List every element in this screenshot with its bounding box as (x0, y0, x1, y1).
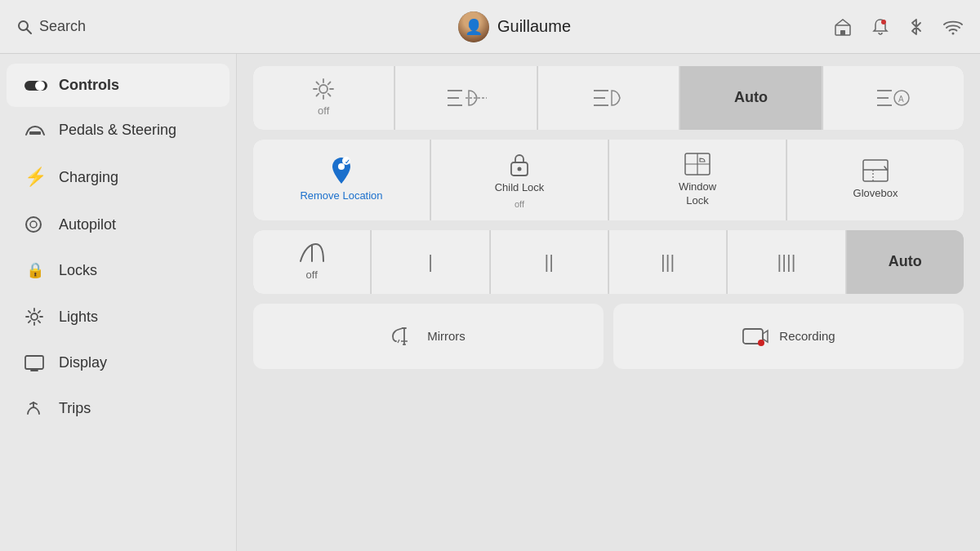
window-lock-icon (684, 152, 711, 176)
wiper-off-label: off (306, 269, 318, 282)
svg-line-29 (328, 82, 331, 85)
auto-cell[interactable]: Auto (680, 66, 822, 130)
svg-point-10 (30, 221, 37, 228)
sidebar: Controls Pedals & Steering ⚡ Charging (0, 54, 237, 551)
svg-rect-3 (840, 30, 845, 35)
display-icon (24, 355, 46, 371)
glovebox-icon (862, 158, 889, 183)
wiper-auto-label: Auto (889, 252, 922, 271)
recording-section: Recording (613, 304, 964, 369)
sidebar-label-charging: Charging (59, 169, 118, 186)
sidebar-label-controls: Controls (59, 77, 119, 94)
edge-cell[interactable] (395, 66, 537, 130)
wiper-2-cell[interactable]: || (491, 230, 608, 294)
beam-cell[interactable] (538, 66, 679, 130)
controls-content: off (237, 54, 980, 551)
wiper-auto-cell[interactable]: Auto (847, 230, 964, 294)
search-label: Search (39, 18, 86, 35)
sidebar-label-autopilot: Autopilot (59, 216, 116, 233)
wiper-1-icon: | (428, 253, 433, 271)
bell-icon[interactable] (871, 17, 890, 37)
wiper-off-icon (297, 242, 327, 264)
wiper-control-row: off | || ||| |||| Auto (253, 230, 964, 294)
sidebar-label-locks: Locks (59, 262, 97, 279)
sidebar-label-lights: Lights (59, 309, 98, 326)
edge-icon (446, 87, 487, 109)
sidebar-item-display[interactable]: Display (7, 341, 229, 384)
wiper-3-cell[interactable]: ||| (609, 230, 727, 294)
mirrors-label: Mirrors (427, 328, 466, 344)
auto2-icon: A (875, 87, 911, 109)
wifi-icon[interactable] (942, 19, 964, 35)
location-icon: ✓ (329, 156, 354, 185)
sidebar-item-autopilot[interactable]: Autopilot (7, 202, 229, 247)
wiper-4-icon: |||| (777, 253, 796, 271)
controls-icon (24, 78, 46, 93)
mirrors-section: Mirrors (253, 304, 604, 369)
brightness-icon (312, 78, 335, 100)
sidebar-label-trips: Trips (59, 400, 91, 417)
brightness-cell[interactable]: off (253, 66, 394, 130)
child-lock-icon (508, 151, 531, 177)
mirrors-cell[interactable]: Mirrors (253, 304, 604, 369)
home-icon[interactable] (833, 17, 853, 37)
recording-icon (742, 325, 769, 348)
search-area[interactable]: Search (16, 18, 196, 35)
wiper-2-icon: || (545, 253, 554, 271)
avatar-image: 👤 (458, 11, 489, 42)
svg-rect-8 (29, 131, 41, 135)
sidebar-item-charging[interactable]: ⚡ Charging (7, 153, 229, 201)
wiper-off-cell[interactable]: off (253, 230, 371, 294)
sidebar-label-pedals: Pedals & Steering (59, 122, 176, 139)
auto2-cell[interactable]: A (823, 66, 964, 130)
bottom-controls-row: Mirrors Recording (253, 304, 964, 369)
lights-icon (24, 307, 46, 327)
bluetooth-icon[interactable] (908, 17, 924, 37)
svg-point-59 (758, 340, 764, 346)
svg-text:✓: ✓ (345, 158, 350, 166)
svg-rect-20 (25, 356, 43, 369)
svg-line-30 (317, 94, 319, 96)
window-lock-cell[interactable]: WindowLock (609, 140, 786, 220)
svg-line-18 (38, 311, 40, 313)
mirrors-icon (391, 325, 417, 348)
auto-label: Auto (734, 88, 768, 107)
recording-label: Recording (779, 328, 835, 344)
recording-cell[interactable]: Recording (613, 304, 964, 369)
glovebox-cell[interactable]: Glovebox (787, 140, 964, 220)
sidebar-item-pedals[interactable]: Pedals & Steering (7, 109, 229, 152)
main-layout: Controls Pedals & Steering ⚡ Charging (0, 54, 980, 551)
svg-point-5 (952, 32, 955, 34)
svg-point-4 (881, 20, 886, 24)
lock-control-row: ✓ Remove Location Child Lock off (253, 140, 964, 220)
header: Search 👤 Guillaume (0, 0, 980, 54)
child-lock-sublabel: off (514, 199, 524, 209)
sidebar-item-trips[interactable]: Trips (7, 386, 229, 430)
sidebar-item-locks[interactable]: 🔒 Locks (7, 248, 229, 292)
svg-line-16 (29, 311, 30, 313)
svg-rect-51 (863, 160, 888, 181)
svg-line-27 (317, 82, 319, 85)
locks-icon: 🔒 (24, 261, 46, 279)
svg-line-28 (328, 94, 331, 96)
wiper-1-cell[interactable]: | (372, 230, 489, 294)
wiper-3-icon: ||| (661, 253, 675, 271)
remove-location-cell[interactable]: ✓ Remove Location (253, 140, 430, 220)
sidebar-item-lights[interactable]: Lights (7, 294, 229, 340)
wiper-4-cell[interactable]: |||| (728, 230, 845, 294)
glovebox-label: Glovebox (853, 187, 898, 201)
svg-line-17 (38, 321, 40, 322)
svg-point-11 (31, 313, 38, 320)
header-center: 👤 Guillaume (196, 11, 833, 42)
svg-line-1 (27, 29, 32, 33)
svg-point-9 (26, 217, 41, 232)
sidebar-item-controls[interactable]: Controls (7, 64, 229, 107)
pedals-icon (24, 123, 46, 138)
child-lock-cell[interactable]: Child Lock off (431, 140, 608, 220)
sidebar-label-display: Display (59, 354, 107, 371)
window-lock-label: WindowLock (679, 180, 716, 208)
svg-point-22 (319, 85, 327, 93)
remove-location-label: Remove Location (300, 189, 382, 203)
svg-text:A: A (898, 95, 904, 104)
child-lock-label: Child Lock (495, 181, 545, 195)
